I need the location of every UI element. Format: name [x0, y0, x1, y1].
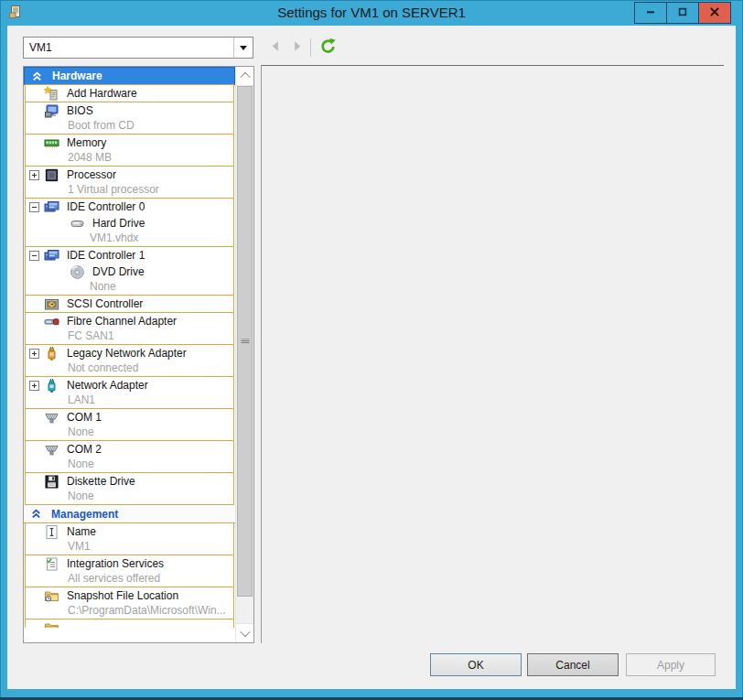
item-sublabel: 2048 MB [26, 151, 233, 166]
network-adapter-icon [44, 378, 59, 393]
add-hardware-icon [44, 86, 59, 102]
sidebar-item-clipped[interactable] [25, 619, 234, 628]
expand-icon[interactable] [29, 170, 39, 180]
close-icon [709, 5, 720, 21]
name-icon [44, 524, 59, 540]
item-label: Add Hardware [67, 87, 137, 100]
scroll-up-button[interactable] [236, 67, 253, 86]
sidebar-item-scsi-controller[interactable]: SCSI Controller [25, 295, 234, 313]
vm-selector-dropdown-button[interactable] [233, 38, 253, 58]
sidebar-item-com-1[interactable]: COM 1None [25, 408, 234, 441]
chevrons-up-icon [31, 509, 41, 519]
sidebar-item-bios[interactable]: BIOSBoot from CD [25, 102, 234, 135]
item-sublabel: None [26, 280, 233, 295]
vm-selector[interactable]: VM1 [23, 37, 253, 59]
processor-icon [44, 167, 59, 183]
item-sublabel: FC SAN1 [26, 329, 233, 344]
item-sublabel: All services offered [26, 572, 233, 587]
item-label: DVD Drive [92, 265, 145, 278]
item-sublabel: VM1 [26, 540, 233, 555]
sidebar-item-memory[interactable]: Memory2048 MB [25, 134, 234, 167]
ok-button[interactable]: OK [430, 653, 522, 676]
dialog-body: VM1 HardwareAdd HardwareBIOSBoot from CD… [7, 26, 736, 689]
folder-icon [44, 620, 59, 629]
titlebar: Settings for VM1 on SERVER1 [0, 0, 743, 26]
sidebar-item-network-adapter[interactable]: Network AdapterLAN1 [25, 376, 234, 409]
chevron-up-icon [240, 72, 250, 82]
item-sublabel: Not connected [26, 361, 233, 376]
item-sublabel: 1 Virtual processor [26, 183, 233, 198]
item-label: Legacy Network Adapter [67, 347, 187, 360]
snapshot-icon [44, 588, 59, 604]
sidebar-item-legacy-network-adapter[interactable]: Legacy Network AdapterNot connected [25, 344, 234, 377]
close-button[interactable] [698, 3, 730, 23]
refresh-icon [319, 38, 337, 59]
integration-services-icon [44, 556, 59, 572]
bios-icon [44, 103, 59, 119]
item-label: Processor [67, 168, 116, 181]
sidebar-item-name[interactable]: NameVM1 [25, 522, 234, 555]
sidebar-scrollbar[interactable] [235, 67, 253, 642]
sidebar-subitem-dvd-drive[interactable]: DVD Drive [26, 264, 233, 280]
sidebar-item-ide-controller-1[interactable]: IDE Controller 1DVD DriveNone [25, 246, 234, 296]
vm-selector-value: VM1 [24, 38, 233, 58]
settings-navigation-list: HardwareAdd HardwareBIOSBoot from CDMemo… [23, 66, 254, 643]
item-label: Memory [67, 136, 106, 149]
item-label: BIOS [67, 104, 93, 117]
apply-button: Apply [626, 653, 716, 676]
expand-icon[interactable] [29, 349, 39, 359]
sidebar-item-diskette-drive[interactable]: Diskette DriveNone [25, 472, 234, 505]
scrollbar-thumb[interactable] [237, 86, 253, 597]
item-sublabel: C:\ProgramData\Microsoft\Win... [26, 604, 233, 619]
item-sublabel: LAN1 [26, 393, 233, 408]
maximize-button[interactable] [666, 3, 698, 23]
toolbar-separator [310, 38, 311, 57]
scroll-down-button[interactable] [236, 623, 253, 642]
com-port-icon [44, 442, 59, 458]
item-sublabel: Boot from CD [26, 119, 233, 134]
collapse-icon[interactable] [29, 251, 39, 261]
fibre-channel-icon [44, 314, 59, 329]
minimize-button[interactable] [635, 3, 666, 23]
sidebar-subitem-hard-drive[interactable]: Hard Drive [26, 215, 233, 232]
scsi-controller-icon [44, 296, 59, 312]
dvd-drive-icon [70, 264, 85, 280]
item-sublabel: None [26, 458, 233, 472]
expand-icon[interactable] [29, 381, 39, 391]
chevron-down-icon [240, 627, 250, 637]
memory-icon [44, 135, 59, 151]
item-label: Diskette Drive [67, 475, 135, 488]
section-header-hardware[interactable]: Hardware [24, 67, 235, 85]
item-label: COM 2 [67, 443, 102, 456]
cancel-button[interactable]: Cancel [527, 653, 619, 676]
section-label: Management [51, 508, 118, 521]
collapse-icon[interactable] [29, 202, 39, 212]
forward-icon [290, 39, 304, 57]
item-label: SCSI Controller [67, 297, 143, 310]
item-label: IDE Controller 1 [67, 249, 145, 262]
item-label: Hard Drive [92, 217, 145, 230]
chevron-down-icon [240, 46, 247, 50]
minimize-icon [645, 5, 656, 21]
refresh-button[interactable] [318, 38, 338, 58]
ide-controller-icon [44, 199, 59, 215]
sidebar-item-snapshot-file-location[interactable]: Snapshot File LocationC:\ProgramData\Mic… [25, 587, 234, 619]
sidebar-item-fibre-channel-adapter[interactable]: Fibre Channel AdapterFC SAN1 [25, 312, 234, 345]
com-port-icon [44, 410, 59, 425]
section-label: Hardware [52, 70, 102, 82]
item-sublabel: None [26, 425, 233, 440]
legacy-network-adapter-icon [44, 346, 59, 361]
caption-buttons [634, 2, 731, 24]
item-sublabel: VM1.vhdx [26, 232, 233, 246]
sidebar-item-ide-controller-0[interactable]: IDE Controller 0Hard DriveVM1.vhdx [25, 198, 234, 247]
window-title: Settings for VM1 on SERVER1 [0, 5, 743, 20]
sidebar-item-add-hardware[interactable]: Add Hardware [25, 84, 234, 102]
sidebar-item-com-2[interactable]: COM 2None [25, 440, 234, 473]
ide-controller-icon [44, 248, 59, 264]
item-label: COM 1 [67, 411, 102, 424]
sidebar-item-processor[interactable]: Processor1 Virtual processor [25, 166, 234, 199]
item-label: Name [67, 525, 96, 538]
sidebar-item-integration-services[interactable]: Integration ServicesAll services offered [25, 555, 234, 587]
item-label: Snapshot File Location [67, 589, 178, 602]
section-header-management[interactable]: Management [24, 505, 235, 523]
